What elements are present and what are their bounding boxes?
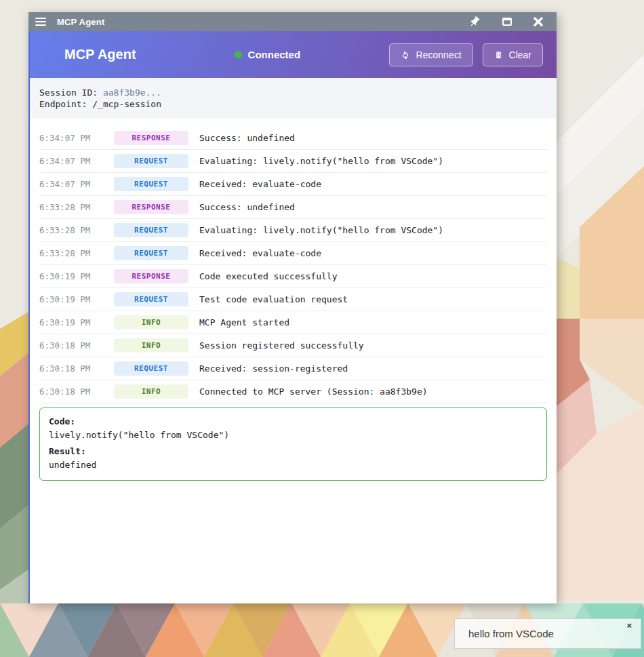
log-message: Received: evaluate-code bbox=[199, 248, 321, 258]
log-type-badge: RESPONSE bbox=[114, 200, 188, 214]
result-label: Result: bbox=[49, 445, 538, 458]
log-type-badge: INFO bbox=[114, 338, 188, 353]
log-type-badge: REQUEST bbox=[114, 154, 188, 168]
close-icon[interactable] bbox=[534, 17, 543, 26]
app-title: MCP Agent bbox=[64, 47, 136, 62]
trash-icon bbox=[494, 50, 503, 60]
endpoint-label: Endpoint: bbox=[39, 99, 92, 109]
reconnect-label: Reconnect bbox=[416, 49, 462, 60]
log-message: Session registered successfully bbox=[199, 340, 364, 351]
log-time: 6:33:28 PM bbox=[39, 225, 107, 235]
reconnect-button[interactable]: Reconnect bbox=[389, 43, 473, 66]
log-row: 6:30:18 PM REQUEST Received: session-reg… bbox=[39, 357, 547, 380]
log-row: 6:30:19 PM RESPONSE Code executed succes… bbox=[39, 265, 547, 288]
log-message: Evaluating: lively.notify("hello from VS… bbox=[199, 156, 443, 166]
log-time: 6:30:19 PM bbox=[39, 271, 107, 281]
log-row: 6:34:07 PM REQUEST Evaluating: lively.no… bbox=[39, 150, 547, 173]
log-message: Connected to MCP server (Session: aa8f3b… bbox=[199, 386, 428, 397]
connection-status: Connected bbox=[235, 49, 301, 60]
endpoint-line: Endpoint: /_mcp-session bbox=[39, 98, 547, 110]
log-time: 6:30:19 PM bbox=[39, 294, 107, 304]
log-row: 6:34:07 PM RESPONSE Success: undefined bbox=[39, 127, 547, 150]
log-message: Evaluating: lively.notify("hello from VS… bbox=[199, 225, 443, 235]
refresh-icon bbox=[401, 50, 410, 60]
clear-button[interactable]: Clear bbox=[483, 43, 543, 66]
session-info-bar: Session ID: aa8f3b9e... Endpoint: /_mcp-… bbox=[30, 78, 557, 119]
hamburger-menu-icon[interactable] bbox=[34, 16, 47, 27]
log-message: MCP Agent started bbox=[199, 317, 289, 327]
toast-message: hello from VSCode bbox=[468, 628, 554, 639]
log-row: 6:33:28 PM REQUEST Received: evaluate-co… bbox=[39, 242, 547, 265]
log-time: 6:34:07 PM bbox=[39, 156, 107, 166]
log-type-badge: REQUEST bbox=[114, 246, 188, 260]
session-id-line: Session ID: aa8f3b9e... bbox=[39, 87, 547, 98]
log-row: 6:30:19 PM REQUEST Test code evaluation … bbox=[39, 288, 547, 311]
log-type-badge: REQUEST bbox=[114, 177, 188, 191]
log-message: Success: undefined bbox=[199, 202, 295, 212]
log-type-badge: REQUEST bbox=[114, 361, 188, 376]
log-time: 6:34:07 PM bbox=[39, 133, 107, 143]
toast-close-icon[interactable]: × bbox=[626, 621, 632, 630]
endpoint-value: /_mcp-session bbox=[92, 99, 161, 109]
log-message: Success: undefined bbox=[199, 133, 295, 143]
log-time: 6:30:18 PM bbox=[39, 363, 107, 374]
log-time: 6:30:18 PM bbox=[39, 340, 107, 351]
result-value: undefined bbox=[49, 458, 538, 472]
maximize-icon[interactable] bbox=[502, 18, 512, 26]
log-row: 6:30:18 PM INFO Session registered succe… bbox=[39, 334, 547, 357]
log-time: 6:33:28 PM bbox=[39, 202, 107, 212]
session-id-value: aa8f3b9e... bbox=[103, 87, 161, 98]
clear-label: Clear bbox=[509, 49, 531, 60]
window-titlebar[interactable]: MCP Agent bbox=[28, 12, 557, 31]
code-value: lively.notify("hello from VSCode") bbox=[49, 429, 538, 442]
log-message: Received: evaluate-code bbox=[199, 179, 321, 189]
log-type-badge: INFO bbox=[114, 384, 188, 399]
log-row: 6:33:28 PM REQUEST Evaluating: lively.no… bbox=[39, 219, 547, 242]
log-message: Test code evaluation request bbox=[199, 294, 348, 304]
log-type-badge: REQUEST bbox=[114, 292, 188, 306]
code-result-box: Code: lively.notify("hello from VSCode")… bbox=[39, 407, 547, 481]
status-dot-icon bbox=[235, 51, 242, 58]
notification-toast: hello from VSCode × bbox=[454, 618, 641, 649]
mcp-agent-window: MCP Agent MCP Agent Connected bbox=[28, 12, 557, 603]
log-time: 6:30:19 PM bbox=[39, 317, 107, 327]
log-message: Code executed successfully bbox=[199, 271, 338, 281]
window-content: MCP Agent Connected Reconnect Clear bbox=[28, 31, 557, 603]
log-type-badge: RESPONSE bbox=[114, 269, 188, 283]
log-time: 6:33:28 PM bbox=[39, 248, 107, 258]
status-label: Connected bbox=[248, 49, 301, 60]
log-time: 6:30:18 PM bbox=[39, 386, 107, 397]
log-row: 6:34:07 PM REQUEST Received: evaluate-co… bbox=[39, 173, 547, 196]
log-row: 6:33:28 PM RESPONSE Success: undefined bbox=[39, 196, 547, 219]
log-message: Received: session-registered bbox=[199, 363, 348, 374]
code-label: Code: bbox=[49, 415, 538, 429]
app-body: Session ID: aa8f3b9e... Endpoint: /_mcp-… bbox=[30, 78, 557, 603]
window-title: MCP Agent bbox=[57, 17, 104, 27]
log-type-badge: RESPONSE bbox=[114, 131, 188, 145]
session-id-label: Session ID: bbox=[39, 87, 103, 98]
log-row: 6:30:19 PM INFO MCP Agent started bbox=[39, 311, 547, 334]
pin-icon[interactable] bbox=[468, 16, 481, 28]
log-row: 6:30:18 PM INFO Connected to MCP server … bbox=[39, 380, 547, 403]
log-type-badge: REQUEST bbox=[114, 223, 188, 237]
log-time: 6:34:07 PM bbox=[39, 179, 107, 189]
log-type-badge: INFO bbox=[114, 315, 188, 330]
log-list: 6:34:07 PM RESPONSE Success: undefined 6… bbox=[39, 127, 547, 403]
app-header: MCP Agent Connected Reconnect Clear bbox=[30, 31, 557, 78]
